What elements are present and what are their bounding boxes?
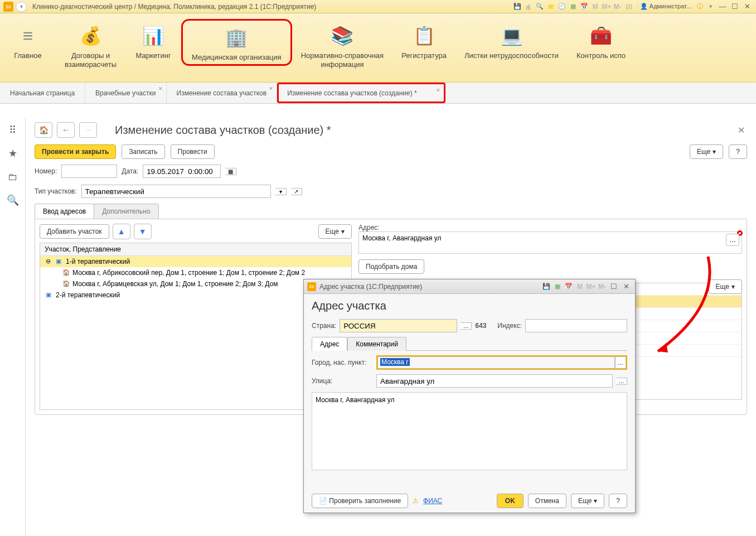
calendar-icon[interactable]: 📅 — [579, 2, 589, 11]
street-open-button[interactable]: … — [616, 378, 627, 385]
more-button[interactable]: Еще ▾ — [690, 144, 723, 159]
ribbon-marketing[interactable]: 📊 Маркетинг — [125, 19, 181, 62]
print-icon[interactable]: 🖨 — [524, 2, 534, 11]
move-down-button[interactable]: ▼ — [134, 224, 152, 239]
move-up-button[interactable]: ▲ — [113, 224, 130, 239]
country-open-button[interactable]: … — [461, 322, 472, 330]
address-open-button[interactable]: … — [726, 234, 739, 246]
back-button[interactable]: ← — [57, 122, 75, 138]
preview-icon[interactable]: 🔍 — [535, 2, 545, 11]
dialog-tools: 💾 ▦ 📅 M M+ M- ☐ ✕ — [541, 282, 632, 291]
m-plus-button[interactable]: M+ — [602, 2, 612, 11]
forward-button[interactable]: → — [79, 122, 97, 138]
subtab-additional[interactable]: Дополнительно — [94, 204, 158, 219]
ribbon-reference[interactable]: 📚 Нормативно-справочнаяинформация — [292, 19, 393, 71]
close-button[interactable]: ✕ — [742, 2, 753, 11]
fias-link[interactable]: ФИАС — [423, 497, 442, 505]
cancel-button[interactable]: Отмена — [528, 494, 566, 508]
save-button[interactable]: Записать — [122, 144, 164, 159]
ribbon-contracts[interactable]: 💰 Договоры ивзаиморасчеты — [56, 19, 125, 71]
right-more-button[interactable]: Еще ▾ — [709, 279, 742, 294]
nav-dropdown-button[interactable]: ▾ — [16, 2, 27, 12]
close-icon[interactable]: ✕ — [436, 88, 440, 93]
type-row: Тип участков: ▾ ↗ — [26, 181, 756, 201]
help-button[interactable]: ? — [729, 144, 747, 159]
date-input[interactable] — [143, 165, 221, 178]
minimize-button[interactable]: — — [717, 2, 728, 11]
dialog-title: Адрес участка (1С:Предприятие) — [319, 283, 541, 291]
ribbon-sickleave[interactable]: 💻 Листки нетрудоспособности — [455, 19, 568, 62]
street-label: Улица: — [312, 377, 373, 385]
tab-districts[interactable]: Врачебные участки✕ — [85, 83, 166, 103]
clipboard-icon: 📋 — [411, 23, 438, 48]
calc-icon[interactable]: ▦ — [553, 282, 563, 291]
ribbon-main[interactable]: ≡ Главное — [0, 19, 56, 62]
m-plus-button[interactable]: M+ — [586, 282, 596, 291]
user-label[interactable]: 👤 Администрат... — [637, 3, 694, 10]
close-page-button[interactable]: ✕ — [735, 123, 747, 138]
post-and-close-button[interactable]: Провести и закрыть — [35, 144, 116, 159]
home-button[interactable]: 🏠 — [35, 122, 52, 138]
left-more-button[interactable]: Еще ▾ — [318, 224, 352, 239]
calendar-icon[interactable]: 📅 — [564, 282, 574, 291]
m-button[interactable]: M — [575, 282, 585, 291]
collapse-icon[interactable]: ⊖ — [46, 258, 54, 265]
tree-row-district-1[interactable]: ⊖ ▣ 1-й терапевтический — [40, 256, 351, 267]
dialog-more-button[interactable]: Еще ▾ — [571, 494, 604, 508]
type-open-button[interactable]: ↗ — [291, 188, 302, 195]
dialog-tab-comment[interactable]: Комментарий — [347, 337, 406, 351]
city-open-button[interactable]: … — [615, 356, 626, 369]
star-icon[interactable]: ★ — [6, 147, 20, 160]
district-icon: ▣ — [56, 258, 64, 265]
check-button[interactable]: 📄 Проверить заполнение — [312, 494, 408, 508]
pick-houses-button[interactable]: Подобрать дома — [358, 259, 424, 274]
m-minus-button[interactable]: M- — [597, 282, 607, 291]
close-icon[interactable]: ✕ — [269, 86, 273, 91]
m-minus-button[interactable]: M- — [613, 2, 623, 11]
clipboard-icon[interactable]: 🗀 — [6, 170, 20, 184]
windows-icon[interactable]: ▯▯ — [624, 2, 634, 11]
number-input[interactable] — [61, 165, 117, 178]
ribbon-med-org[interactable]: 🏢 Медицинская организация — [181, 19, 292, 66]
subtab-addresses[interactable]: Ввод адресов — [35, 204, 94, 219]
maximize-button[interactable]: ☐ — [729, 2, 740, 11]
tree-row-address-1[interactable]: 🏠 Москва г, Абрикосовский пер, Дом 1, ст… — [40, 267, 351, 278]
tab-change-composition[interactable]: Изменение состава участков✕ — [167, 83, 278, 103]
save-icon[interactable]: 💾 — [541, 282, 551, 291]
dialog-tabs: Адрес Комментарий — [312, 337, 627, 351]
post-button[interactable]: Провести — [171, 144, 215, 159]
ribbon-control[interactable]: 🧰 Контроль испо — [568, 19, 634, 62]
street-row: Улица: … — [312, 374, 627, 388]
info-dropdown[interactable]: ▾ — [706, 2, 716, 11]
close-icon[interactable]: ✕ — [158, 86, 163, 91]
info-icon[interactable]: ⓘ — [695, 2, 705, 11]
search-icon[interactable]: 🔍 — [6, 194, 20, 207]
type-dropdown-button[interactable]: ▾ — [275, 188, 287, 195]
favorite-icon[interactable]: ⭐ — [546, 2, 556, 11]
street-input[interactable] — [376, 374, 613, 388]
apps-icon[interactable]: ⠿ — [6, 123, 20, 137]
country-input[interactable] — [340, 319, 457, 332]
tab-change-composition-new[interactable]: Изменение состава участков (создание) *✕ — [277, 83, 445, 103]
laptop-icon: 💻 — [498, 23, 525, 48]
save-icon[interactable]: 💾 — [512, 2, 522, 11]
city-input[interactable]: Москва г — [377, 356, 615, 369]
index-input[interactable] — [525, 319, 627, 332]
calc-icon[interactable]: ▦ — [568, 2, 578, 11]
dialog-footer: 📄 Проверить заполнение ⚠ ФИАС OK Отмена … — [312, 494, 627, 508]
tab-home[interactable]: Начальная страница — [0, 83, 85, 103]
country-code: 643 — [475, 322, 486, 330]
ribbon-registry[interactable]: 📋 Регистратура — [392, 19, 455, 62]
dialog-help-button[interactable]: ? — [609, 494, 627, 508]
type-input[interactable] — [81, 185, 271, 198]
add-district-button[interactable]: Добавить участок — [40, 224, 109, 239]
address-block: Адрес: Москва г, Авангардная ул … — [358, 224, 742, 254]
dialog-tab-address[interactable]: Адрес — [312, 337, 347, 351]
history-icon[interactable]: 🕘 — [557, 2, 567, 11]
date-picker-button[interactable]: ▦ — [225, 168, 236, 175]
ok-button[interactable]: OK — [497, 494, 524, 508]
m-button[interactable]: M — [590, 2, 600, 11]
page-title: Изменение состава участков (создание) * — [115, 124, 331, 137]
dialog-maximize-button[interactable]: ☐ — [608, 282, 619, 291]
dialog-close-button[interactable]: ✕ — [621, 282, 632, 291]
